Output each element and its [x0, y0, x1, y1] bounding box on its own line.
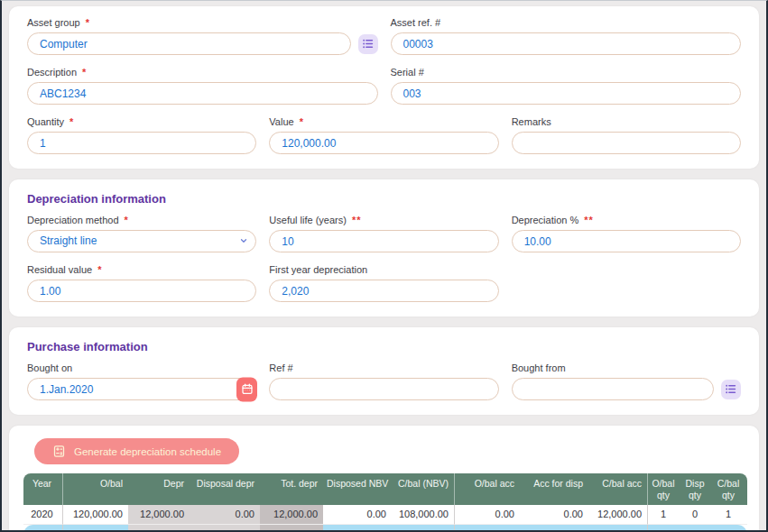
generate-depreciation-schedule-button[interactable]: Generate depreciation schedule — [34, 438, 239, 464]
schedule-cell: 24,000.00 — [588, 525, 648, 532]
schedule-cell: 1 — [648, 525, 680, 532]
quantity-required-marker: * — [69, 116, 74, 127]
residual-value-label: Residual value — [27, 264, 92, 275]
value-required-marker: * — [300, 116, 304, 127]
depreciation-pct-input[interactable] — [512, 230, 741, 252]
asset-form-window: Asset group * — [0, 0, 768, 532]
value-label: Value — [269, 116, 293, 127]
column-header-c-bal-acc: C/bal acc — [588, 473, 648, 505]
schedule-cell: 0 — [680, 525, 711, 532]
field-bought-on: Bought on — [27, 362, 256, 400]
quantity-label: Quantity — [27, 116, 64, 127]
schedule-cell: 1 — [648, 505, 680, 525]
field-first-year-depreciation: First year depreciation — [269, 264, 498, 302]
column-header-acc-for-disp: Acc for disp — [520, 473, 588, 505]
schedule-cell: 96,000.00 — [392, 525, 455, 532]
description-required-marker: * — [82, 67, 87, 78]
column-header-c-bal-nbv-: C/bal (NBV) — [392, 473, 455, 505]
schedule-header-row: YearO/balDeprDisposal deprTot. deprDispo… — [23, 473, 747, 505]
asset-group-input[interactable] — [27, 32, 351, 55]
schedule-cell: 12,000.00 — [128, 525, 190, 532]
schedule-table-body: 2020120,000.0012,000.000.0012,000.000.00… — [23, 505, 747, 532]
asset-group-lookup-button[interactable] — [358, 34, 378, 54]
asset-ref-input[interactable] — [391, 32, 742, 55]
column-header-o-bal-qty: O/bal qty — [648, 473, 680, 505]
schedule-cell: 12,000.00 — [128, 505, 190, 525]
schedule-cell: 0.00 — [190, 505, 260, 525]
depreciation-schedule-table: YearO/balDeprDisposal deprTot. deprDispo… — [23, 473, 747, 532]
ref-input[interactable] — [269, 378, 498, 400]
schedule-cell: 0.00 — [323, 525, 392, 532]
bought-on-datepicker-button[interactable] — [236, 377, 257, 401]
depreciation-method-required-marker: * — [125, 215, 129, 225]
field-value: Value * — [269, 116, 498, 154]
general-info-panel: Asset group * — [9, 6, 759, 169]
schedule-cell: 12,000.00 — [260, 525, 323, 532]
schedule-cell: 2021 — [23, 525, 63, 532]
first-year-depreciation-label: First year depreciation — [269, 264, 367, 275]
field-asset-ref: Asset ref. # — [391, 17, 742, 55]
bought-on-label: Bought on — [27, 362, 72, 373]
purchase-info-panel: Purchase information Bought on — [9, 327, 759, 415]
generate-button-label: Generate depreciation schedule — [74, 446, 221, 457]
column-header-disposal-depr: Disposal depr — [190, 473, 260, 505]
schedule-cell: 0.00 — [323, 505, 392, 525]
depreciation-info-panel: Depreciation information Depreciation me… — [9, 179, 759, 316]
calendar-icon — [241, 383, 254, 396]
page: Asset group * — [2, 1, 766, 530]
serial-label: Serial # — [391, 67, 424, 78]
column-header-disp-qty: Disp qty — [680, 473, 711, 505]
column-header-depr: Depr — [128, 473, 190, 505]
useful-life-label: Useful life (years) — [269, 215, 347, 225]
schedule-cell: 1 — [711, 525, 747, 532]
asset-group-label: Asset group — [27, 17, 80, 28]
field-remarks: Remarks — [512, 116, 741, 154]
column-header-tot-depr: Tot. depr — [260, 473, 323, 505]
bought-from-lookup-button[interactable] — [721, 380, 741, 399]
field-description: Description * — [27, 67, 378, 105]
field-bought-from: Bought from — [512, 362, 741, 400]
schedule-cell: 108,000.00 — [63, 525, 128, 532]
bought-from-label: Bought from — [512, 362, 566, 373]
serial-input[interactable] — [391, 82, 742, 105]
depreciation-method-label: Depreciation method — [27, 215, 119, 225]
ref-label: Ref # — [269, 362, 292, 373]
description-input[interactable] — [27, 82, 378, 105]
field-depreciation-method: Depreciation method * Straight line — [27, 215, 256, 252]
schedule-cell: 12,000.00 — [588, 505, 648, 525]
field-serial: Serial # — [391, 67, 742, 105]
column-header-c-bal-qty: C/bal qty — [711, 473, 747, 505]
schedule-cell: 1 — [711, 505, 747, 525]
schedule-cell: 120,000.00 — [63, 505, 128, 525]
field-asset-group: Asset group * — [27, 17, 378, 55]
column-header-year: Year — [23, 473, 63, 505]
depreciation-pct-required-marker: ** — [584, 215, 594, 225]
schedule-cell: 0 — [680, 505, 711, 525]
depreciation-pct-label: Depreciation % — [512, 215, 579, 225]
remarks-input[interactable] — [512, 132, 741, 154]
description-label: Description — [27, 67, 77, 78]
schedule-cell: 12,000.00 — [260, 505, 323, 525]
quantity-input[interactable] — [27, 132, 256, 154]
value-input[interactable] — [269, 132, 498, 154]
depreciation-method-select[interactable]: Straight line — [27, 230, 256, 252]
field-quantity: Quantity * — [27, 116, 256, 154]
schedule-panel: Generate depreciation schedule YearO/bal… — [9, 426, 759, 532]
calculator-icon — [52, 445, 66, 458]
bought-on-input[interactable] — [27, 378, 256, 400]
schedule-cell: 108,000.00 — [392, 505, 455, 525]
remarks-label: Remarks — [512, 116, 551, 127]
schedule-cell: 12,000.00 — [455, 525, 520, 532]
schedule-cell: 2020 — [23, 505, 63, 525]
useful-life-required-marker: ** — [352, 215, 362, 225]
schedule-row-2020[interactable]: 2020120,000.0012,000.000.0012,000.000.00… — [23, 505, 747, 525]
column-header-o-bal-acc: O/bal acc — [455, 473, 520, 505]
schedule-row-2021[interactable]: 2021108,000.0012,000.000.0012,000.000.00… — [23, 525, 747, 532]
depreciation-section-title: Depreciation information — [27, 192, 741, 206]
bought-from-input[interactable] — [512, 378, 714, 400]
first-year-depreciation-input[interactable] — [269, 280, 498, 302]
field-useful-life: Useful life (years) ** — [269, 215, 498, 252]
residual-value-input[interactable] — [27, 280, 256, 302]
schedule-cell: 0.00 — [455, 505, 520, 525]
useful-life-input[interactable] — [269, 230, 498, 252]
